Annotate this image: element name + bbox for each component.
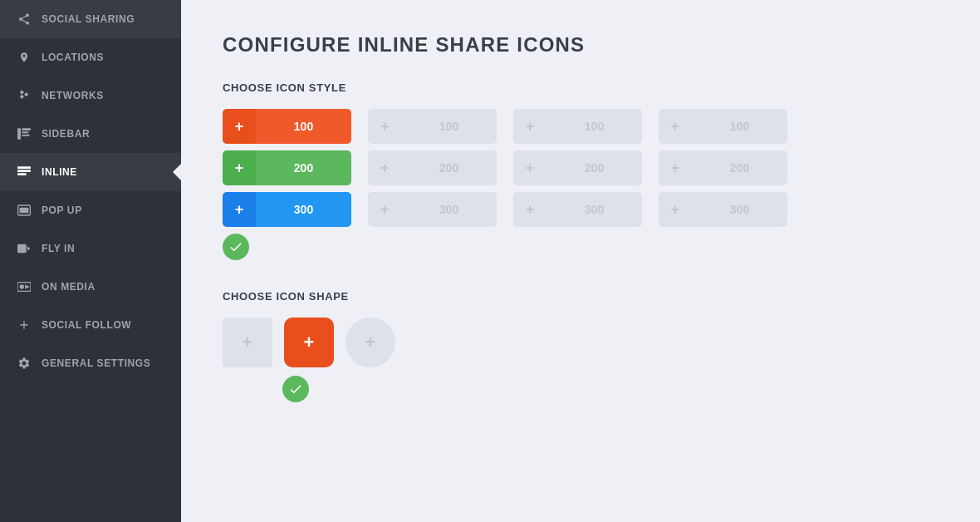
icon-style-grid: + 100 + 200 + 300 xyxy=(223,109,938,260)
icon-style-column-4: + 100 + 200 + 300 xyxy=(659,109,787,260)
icon-style-column-3: + 100 + 200 + 300 xyxy=(513,109,642,260)
icon-plus: + xyxy=(513,192,546,227)
svg-rect-5 xyxy=(17,170,31,172)
sidebar-item-social-sharing[interactable]: SOCIAL SHARING xyxy=(0,0,181,38)
count-value: 100 xyxy=(256,109,351,144)
style-btn-col1-200[interactable]: + 200 xyxy=(223,150,351,185)
gear-icon xyxy=(17,356,32,371)
style-btn-col4-100[interactable]: + 100 xyxy=(659,109,787,144)
icon-style-column-1: + 100 + 200 + 300 xyxy=(223,109,351,260)
icon-plus: + xyxy=(659,192,692,227)
shape-square-btn[interactable]: + xyxy=(223,318,272,367)
count-value: 200 xyxy=(546,150,642,185)
count-value: 100 xyxy=(401,109,497,144)
sidebar-item-inline[interactable]: INLINE xyxy=(0,153,181,191)
style-btn-col2-100[interactable]: + 100 xyxy=(368,109,497,144)
sidebar-item-locations[interactable]: LOCATIONS xyxy=(0,38,181,76)
sidebar-item-label: NETWORKS xyxy=(42,90,104,101)
icon-column-active: + 100 + 200 + 300 xyxy=(223,109,351,227)
svg-point-11 xyxy=(20,284,24,288)
svg-rect-4 xyxy=(17,166,31,169)
style-btn-col1-100[interactable]: + 100 xyxy=(223,109,351,144)
icon-plus: + xyxy=(659,150,692,185)
sidebar-item-label: LOCATIONS xyxy=(42,52,104,63)
sidebar-item-general-settings[interactable]: GENERAL SETTINGS xyxy=(0,344,181,382)
main-content: CONFIGURE INLINE SHARE ICONS CHOOSE ICON… xyxy=(181,0,980,522)
shape-selected-check xyxy=(282,376,309,402)
icon-column-ghost-3: + 100 + 200 + 300 xyxy=(513,109,642,227)
sidebar-item-networks[interactable]: NETWORKS xyxy=(0,76,181,115)
sidebar-item-fly-in[interactable]: FLY IN xyxy=(0,229,181,268)
sidebar-item-sidebar[interactable]: SIDEBAR xyxy=(0,115,181,153)
sidebar-item-label: INLINE xyxy=(42,166,77,178)
sidebar-item-label: FLY IN xyxy=(42,243,75,254)
icon-plus: + xyxy=(513,109,546,144)
icon-plus: + xyxy=(223,150,256,185)
sidebar-item-popup[interactable]: POP UP xyxy=(0,191,181,229)
follow-icon xyxy=(17,318,32,332)
sidebar-item-label: SOCIAL SHARING xyxy=(42,13,135,25)
count-value: 200 xyxy=(401,150,497,185)
icon-column-ghost-4: + 100 + 200 + 300 xyxy=(659,109,787,227)
style-btn-col4-300[interactable]: + 300 xyxy=(659,192,787,227)
page-title: CONFIGURE INLINE SHARE ICONS xyxy=(223,33,938,57)
sidebar-item-label: SOCIAL FOLLOW xyxy=(42,319,131,331)
icon-shape-section: CHOOSE ICON SHAPE + + + xyxy=(223,290,938,402)
style-btn-col2-200[interactable]: + 200 xyxy=(368,150,497,185)
icon-style-column-2: + 100 + 200 + 300 xyxy=(368,109,497,260)
svg-rect-6 xyxy=(17,173,27,175)
icon-plus: + xyxy=(223,109,256,144)
count-value: 200 xyxy=(256,150,351,185)
sidebar-item-label: POP UP xyxy=(42,204,82,216)
sidebar-item-social-follow[interactable]: SOCIAL FOLLOW xyxy=(0,306,181,344)
sidebar-item-label: ON MEDIA xyxy=(42,281,96,293)
shape-rounded-btn[interactable]: + xyxy=(284,318,334,367)
media-icon xyxy=(17,279,32,294)
count-value: 300 xyxy=(401,192,497,227)
style-btn-col2-300[interactable]: + 300 xyxy=(368,192,497,227)
count-value: 300 xyxy=(692,192,787,227)
style-btn-col3-200[interactable]: + 200 xyxy=(513,150,642,185)
icon-plus: + xyxy=(659,109,692,144)
network-icon xyxy=(17,88,32,103)
count-value: 300 xyxy=(256,192,351,227)
style-btn-col1-300[interactable]: + 300 xyxy=(223,192,351,227)
icon-plus: + xyxy=(368,192,401,227)
sidebar: SOCIAL SHARING LOCATIONS NETWORKS SIDEBA… xyxy=(0,0,181,522)
count-value: 300 xyxy=(546,192,642,227)
icon-style-section-title: CHOOSE ICON STYLE xyxy=(223,81,938,94)
count-value: 200 xyxy=(692,150,787,185)
shape-circle-btn[interactable]: + xyxy=(345,318,395,367)
icon-plus: + xyxy=(513,150,546,185)
pin-icon xyxy=(17,50,32,65)
sidebar-item-label: SIDEBAR xyxy=(42,128,90,140)
count-value: 100 xyxy=(546,109,642,144)
style-btn-col3-300[interactable]: + 300 xyxy=(513,192,642,227)
icon-plus: + xyxy=(368,150,401,185)
icon-shape-row: + + + xyxy=(223,318,938,367)
icon-style-section: CHOOSE ICON STYLE + 100 + 200 xyxy=(223,81,938,260)
sidebar-icon xyxy=(17,126,32,141)
inline-icon xyxy=(17,165,32,180)
icon-plus: + xyxy=(223,192,256,227)
share-icon xyxy=(17,12,32,27)
svg-rect-0 xyxy=(17,128,21,139)
icon-plus: + xyxy=(368,109,401,144)
svg-rect-9 xyxy=(17,244,27,254)
sidebar-item-label: GENERAL SETTINGS xyxy=(42,357,150,369)
svg-rect-1 xyxy=(22,128,31,130)
col1-selected-check xyxy=(223,234,249,260)
count-value: 100 xyxy=(692,109,787,144)
style-btn-col3-100[interactable]: + 100 xyxy=(513,109,642,144)
svg-rect-3 xyxy=(22,135,29,136)
style-btn-col4-200[interactable]: + 200 xyxy=(659,150,787,185)
sidebar-item-on-media[interactable]: ON MEDIA xyxy=(0,268,181,306)
popup-icon xyxy=(17,203,32,218)
flyin-icon xyxy=(17,241,32,256)
svg-rect-2 xyxy=(22,131,28,133)
icon-column-ghost-2: + 100 + 200 + 300 xyxy=(368,109,497,227)
svg-rect-8 xyxy=(20,208,29,214)
icon-shape-section-title: CHOOSE ICON SHAPE xyxy=(223,290,938,303)
